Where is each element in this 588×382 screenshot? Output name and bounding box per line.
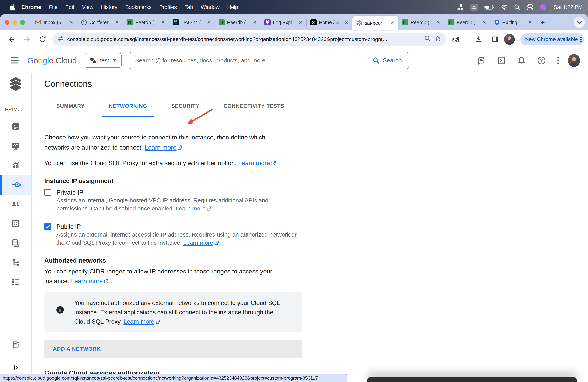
close-icon[interactable]: ✕ (390, 20, 395, 26)
download-icon[interactable] (471, 35, 486, 43)
project-picker-button[interactable]: test (84, 53, 122, 68)
tab-summary[interactable]: SUMMARY (49, 95, 92, 117)
close-window-button[interactable] (5, 20, 9, 25)
sidebar-item-databases[interactable] (0, 214, 32, 233)
close-icon[interactable]: ✕ (344, 20, 349, 25)
stats-blocks-icon[interactable] (457, 4, 464, 11)
menu-window[interactable]: Window (197, 4, 223, 10)
close-icon[interactable]: ✕ (114, 20, 120, 25)
close-icon[interactable]: ✕ (527, 20, 533, 25)
google-cloud-logo[interactable]: Google Cloud (27, 56, 77, 65)
tab-networking[interactable]: NETWORKING (102, 95, 154, 117)
bookmark-star-icon[interactable] (434, 35, 441, 43)
menu-tab[interactable]: Tab (181, 4, 197, 10)
browser-tab-conference[interactable]: Conferen ✕ (77, 14, 123, 30)
menu-view[interactable]: View (78, 4, 97, 10)
learn-more-link[interactable]: Learn more (183, 239, 219, 246)
sidebar-item-operations[interactable] (0, 272, 32, 292)
learn-more-link[interactable]: Learn more (145, 144, 182, 151)
tab-security[interactable]: SECURITY (164, 95, 207, 117)
sidebar-item-query-insights[interactable] (0, 156, 32, 175)
account-avatar[interactable] (568, 54, 580, 67)
browser-profile-avatar[interactable] (504, 34, 515, 45)
site-settings-icon[interactable] (57, 35, 64, 43)
zoom-window-button[interactable] (20, 20, 25, 25)
browser-tab-peerdb-4[interactable]: Peerdb ( ✕ (444, 14, 490, 30)
browser-tab-peerdb-2[interactable]: Peerdb ( ✕ (215, 14, 261, 30)
close-icon[interactable]: ✕ (436, 20, 441, 25)
cloud-shell-icon[interactable] (494, 56, 509, 65)
back-button[interactable] (4, 35, 20, 43)
zoom-icon[interactable] (424, 35, 431, 43)
sidebar-release-notes-icon[interactable] (0, 340, 32, 349)
private-ip-checkbox[interactable] (44, 189, 51, 196)
browser-tab-editing[interactable]: Editing " ✕ (490, 14, 536, 30)
close-icon[interactable]: ✕ (298, 20, 303, 25)
search-button[interactable]: Search (365, 52, 409, 69)
close-icon[interactable]: ✕ (160, 20, 166, 25)
svg-text:?: ? (540, 58, 543, 63)
browser-tab-peerdb-1[interactable]: Peerdb ( ✕ (123, 14, 169, 30)
forward-button[interactable] (20, 35, 35, 43)
peerdb-favicon (448, 19, 454, 25)
more-options-kebab-icon[interactable] (555, 57, 562, 64)
public-ip-checkbox[interactable] (44, 223, 51, 230)
browser-tab-log-explorer[interactable]: Log Expl ✕ (261, 14, 306, 30)
extensions-icon[interactable] (448, 35, 463, 43)
sidebar-collapse-icon[interactable] (0, 364, 32, 371)
search-input[interactable]: Search (/) for resources, docs, products… (128, 52, 365, 69)
menu-profiles[interactable]: Profiles (155, 4, 181, 10)
minimize-window-button[interactable] (12, 20, 17, 25)
tab-search-chevron-button[interactable] (574, 17, 585, 28)
menubar-app-icon[interactable] (470, 3, 478, 11)
browser-tab-dais24[interactable]: DAIS DAIS24 ( ✕ (169, 14, 215, 30)
siri-icon[interactable] (540, 4, 546, 10)
sidebar-item-backups[interactable] (0, 233, 32, 253)
private-ip-label[interactable]: Private IP (56, 189, 84, 196)
spotlight-icon[interactable] (514, 4, 520, 10)
menu-history[interactable]: History (97, 4, 121, 10)
wifi-icon[interactable] (501, 5, 508, 10)
browser-tab-cloudsql-active[interactable]: sai-peer ✕ (352, 16, 398, 30)
address-bar[interactable]: console.cloud.google.com/sql/instances/s… (53, 33, 446, 46)
learn-more-link[interactable]: Learn more (238, 159, 276, 167)
sidebar-item-replicas[interactable] (0, 253, 32, 272)
menu-file[interactable]: File (45, 4, 62, 10)
apple-icon[interactable] (9, 4, 15, 11)
sidebar-item-users[interactable] (0, 194, 32, 214)
sidebar-item-connections[interactable] (0, 175, 32, 194)
learn-more-link[interactable]: Learn more (176, 205, 211, 212)
help-icon[interactable]: ? (534, 56, 549, 65)
tab-connectivity-tests[interactable]: CONNECTIVITY TESTS (217, 95, 292, 117)
browser-tab-inbox[interactable]: Inbox (5 ✕ (31, 14, 77, 30)
menubar-app-name[interactable]: Chrome (18, 4, 45, 10)
sidebar-item-system-insights[interactable] (0, 136, 32, 156)
learn-more-link[interactable]: Learn more (124, 318, 160, 325)
close-icon[interactable]: ✕ (206, 20, 211, 25)
menubar-clock[interactable]: Sat 1:22 PM (554, 4, 583, 10)
side-panel-icon[interactable] (488, 35, 503, 43)
learn-more-link[interactable]: Learn more (71, 277, 109, 285)
hamburger-menu-icon[interactable] (6, 57, 23, 64)
url-text[interactable]: console.cloud.google.com/sql/instances/s… (67, 36, 421, 42)
cloud-sql-favicon (356, 20, 362, 26)
menu-help[interactable]: Help (223, 4, 242, 10)
browser-tab-peerdb-3[interactable]: Peerdb ( ✕ (398, 14, 444, 30)
new-tab-button[interactable]: + (536, 18, 549, 27)
menu-bookmarks[interactable]: Bookmarks (121, 4, 155, 10)
battery-icon[interactable] (484, 5, 494, 10)
reload-button[interactable] (35, 35, 50, 43)
close-icon[interactable]: ✕ (252, 20, 257, 25)
close-icon[interactable]: ✕ (482, 20, 487, 25)
public-ip-label[interactable]: Public IP (56, 223, 81, 231)
notifications-bell-icon[interactable] (514, 56, 528, 65)
browser-tab-x-home[interactable]: X Home / X ✕ (306, 14, 352, 30)
console-search: Search (/) for resources, docs, products… (128, 52, 409, 69)
close-icon[interactable]: ✕ (68, 20, 74, 25)
menu-edit[interactable]: Edit (62, 4, 78, 10)
chrome-update-chip[interactable]: New Chrome available (520, 33, 584, 45)
sidebar-item-overview[interactable] (0, 117, 32, 136)
add-network-button[interactable]: ADD A NETWORK (44, 340, 302, 358)
control-center-icon[interactable] (527, 4, 533, 10)
release-notes-icon[interactable] (474, 56, 488, 65)
